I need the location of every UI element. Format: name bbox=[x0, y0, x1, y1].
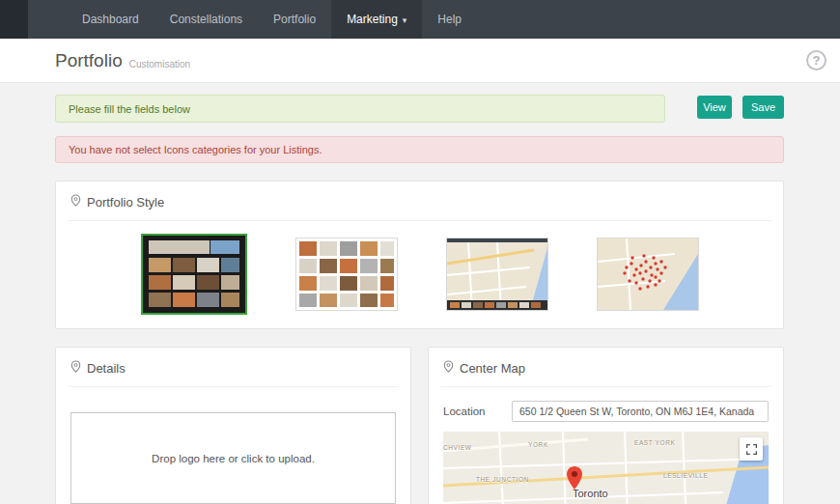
center-map-title-text: Center Map bbox=[460, 361, 525, 376]
error-alert: You have not select Icons categories for… bbox=[55, 136, 784, 163]
portfolio-style-card-title: Portfolio Style bbox=[70, 194, 769, 210]
map-label-the-junction: THE JUNCTION bbox=[476, 476, 529, 483]
nav-list: Dashboard Constellations Portfolio Marke… bbox=[67, 0, 477, 39]
portfolio-style-card: Portfolio Style bbox=[55, 181, 784, 329]
app-screen: Dashboard Constellations Portfolio Marke… bbox=[0, 0, 840, 504]
map-label-york: YORK bbox=[528, 441, 548, 448]
top-navbar: Dashboard Constellations Portfolio Marke… bbox=[0, 0, 840, 39]
pin-icon bbox=[70, 360, 81, 376]
help-icon[interactable]: ? bbox=[806, 50, 826, 70]
style-thumbnail-dark-grid-preview bbox=[143, 236, 245, 313]
nav-item-help[interactable]: Help bbox=[422, 0, 477, 39]
style-thumbnail-map-markers-preview bbox=[598, 238, 698, 310]
logo-dropzone[interactable]: Drop logo here or click to upload. bbox=[70, 412, 396, 504]
divider bbox=[440, 386, 771, 387]
portfolio-style-title-text: Portfolio Style bbox=[87, 195, 164, 210]
center-map-card-title: Center Map bbox=[443, 360, 769, 376]
page-title: Portfolio bbox=[55, 50, 123, 71]
style-thumbnail-dark-grid[interactable] bbox=[141, 234, 247, 315]
nav-item-dashboard[interactable]: Dashboard bbox=[67, 0, 154, 39]
app-logo[interactable] bbox=[0, 0, 28, 39]
style-thumbnail-map-list[interactable] bbox=[446, 238, 548, 311]
pin-icon bbox=[70, 194, 81, 210]
success-alert: Please fill the fields below bbox=[55, 95, 665, 123]
location-row: Location bbox=[443, 401, 769, 422]
divider bbox=[68, 386, 399, 387]
center-map-card: Center Map Location CHVIEW YORK bbox=[428, 347, 784, 504]
logo-dropzone-text: Drop logo here or click to upload. bbox=[152, 453, 315, 464]
map-label-chview: CHVIEW bbox=[443, 444, 472, 451]
location-label: Location bbox=[443, 406, 512, 417]
page-subtitle: Customisation bbox=[129, 59, 190, 70]
style-thumbnail-map-list-preview bbox=[447, 238, 547, 310]
details-card: Details Drop logo here or click to uploa… bbox=[55, 347, 411, 504]
page-header: Portfolio Customisation ? bbox=[0, 39, 840, 83]
details-title-text: Details bbox=[87, 361, 126, 376]
style-thumbnail-photo-grid-preview bbox=[296, 238, 397, 310]
divider bbox=[68, 220, 771, 221]
details-card-title: Details bbox=[70, 360, 396, 376]
pin-icon bbox=[443, 360, 454, 376]
location-input[interactable] bbox=[512, 401, 769, 422]
style-thumbnails-row bbox=[70, 234, 769, 315]
style-thumbnail-photo-grid[interactable] bbox=[295, 238, 398, 311]
nav-item-marketing[interactable]: Marketing▾ bbox=[331, 0, 422, 39]
mini-map[interactable]: CHVIEW YORK EAST YORK THE JUNCTION LESLI… bbox=[443, 432, 769, 504]
map-marker-icon[interactable] bbox=[567, 466, 582, 490]
map-label-east-york: EAST YORK bbox=[634, 439, 675, 446]
map-label-leslieville: LESLIEVILLE bbox=[663, 472, 708, 479]
style-thumbnail-map-markers[interactable] bbox=[597, 238, 699, 311]
nav-item-portfolio[interactable]: Portfolio bbox=[258, 0, 331, 39]
nav-item-constellations[interactable]: Constellations bbox=[154, 0, 258, 39]
nav-item-marketing-label: Marketing bbox=[347, 13, 398, 26]
view-button[interactable]: View bbox=[697, 96, 732, 119]
chevron-down-icon: ▾ bbox=[403, 15, 407, 25]
fullscreen-icon[interactable] bbox=[740, 437, 763, 461]
save-button[interactable]: Save bbox=[742, 96, 784, 119]
